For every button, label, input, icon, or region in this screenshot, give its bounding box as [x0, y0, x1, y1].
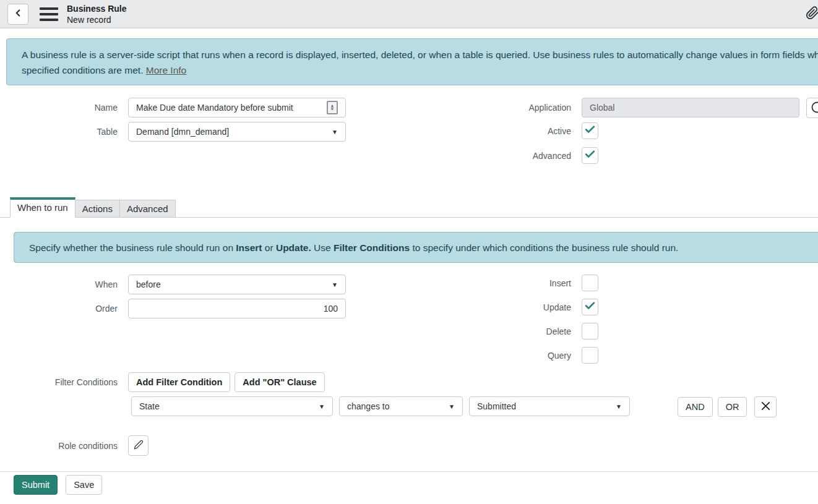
more-info-link[interactable]: More Info: [146, 65, 186, 75]
query-checkbox[interactable]: [582, 347, 598, 364]
insert-field-row: Insert: [454, 275, 598, 291]
order-label: Order: [0, 304, 118, 314]
business-rule-form-page: { "header": { "title": "Business Rule", …: [0, 0, 818, 504]
update-checkbox[interactable]: [582, 299, 598, 315]
application-value: Global: [590, 103, 614, 113]
and-button[interactable]: AND: [678, 397, 713, 417]
check-icon: [584, 300, 596, 314]
chevron-down-icon: ▼: [332, 129, 338, 135]
name-input-wrap: [128, 98, 346, 117]
chevron-down-icon: ▼: [449, 403, 455, 410]
filter-conditions-label: Filter Conditions: [0, 377, 118, 387]
delete-field-row: Delete: [454, 323, 598, 340]
autofill-icon: [327, 101, 338, 114]
condition-actions: AND OR: [678, 396, 777, 417]
application-field-row: Application Global: [454, 98, 799, 117]
insert-label: Insert: [454, 278, 571, 288]
condition-field-select[interactable]: State ▼: [131, 396, 333, 416]
condition-operator-select[interactable]: changes to ▼: [339, 396, 463, 416]
tab-advanced[interactable]: Advanced: [120, 200, 176, 218]
insert-checkbox[interactable]: [582, 275, 598, 291]
delete-label: Delete: [454, 327, 571, 336]
order-input-wrap: [128, 299, 346, 318]
pencil-icon: [134, 440, 144, 451]
form-footer: Submit Save: [14, 475, 102, 495]
chevron-down-icon: ▼: [616, 403, 622, 410]
advanced-field-row: Advanced: [454, 147, 598, 164]
name-input[interactable]: [136, 103, 327, 113]
application-reference-button[interactable]: [806, 98, 818, 118]
role-conditions-label: Role conditions: [0, 441, 118, 451]
advanced-label: Advanced: [454, 151, 571, 161]
active-label: Active: [454, 126, 571, 136]
update-field-row: Update: [454, 299, 598, 315]
info-banner-text-line2: specified conditions are met.: [22, 65, 146, 75]
back-button[interactable]: [7, 4, 28, 25]
record-type-title: Business Rule: [67, 3, 126, 14]
paperclip-icon: [806, 12, 818, 22]
add-filter-condition-button[interactable]: Add Filter Condition: [128, 372, 230, 392]
role-conditions-row: Role conditions: [0, 435, 149, 456]
record-subtitle: New record: [67, 14, 126, 25]
banner-text: Specify whether the business rule should…: [29, 242, 236, 253]
delete-condition-button[interactable]: [754, 396, 777, 417]
when-select[interactable]: before ▼: [128, 275, 346, 294]
footer-divider: [0, 471, 818, 472]
when-label: When: [0, 280, 118, 289]
when-field-row: When before ▼: [0, 275, 346, 294]
query-field-row: Query: [454, 347, 598, 364]
active-field-row: Active: [454, 122, 598, 139]
banner-bold-filter-conditions: Filter Conditions: [334, 242, 410, 253]
condition-value-select[interactable]: Submitted ▼: [469, 396, 630, 416]
banner-bold-insert: Insert: [236, 242, 262, 253]
check-icon: [584, 148, 596, 163]
submit-button[interactable]: Submit: [14, 475, 58, 495]
when-select-value: before: [136, 280, 161, 289]
tab-actions[interactable]: Actions: [75, 200, 120, 218]
circle-icon: [811, 101, 818, 115]
table-field-row: Table Demand [dmn_demand] ▼: [0, 122, 346, 142]
delete-checkbox[interactable]: [582, 323, 598, 340]
name-field-row: Name: [0, 98, 346, 117]
context-menu-icon[interactable]: [40, 7, 58, 21]
query-label: Query: [454, 351, 571, 361]
chevron-left-icon: [12, 7, 24, 20]
filter-conditions-row: Filter Conditions Add Filter Condition A…: [0, 372, 325, 392]
application-input: Global: [582, 98, 799, 117]
application-label: Application: [454, 103, 571, 113]
order-input[interactable]: [136, 304, 338, 314]
attachment-button[interactable]: [803, 4, 818, 24]
or-button[interactable]: OR: [718, 397, 747, 417]
chevron-down-icon: ▼: [332, 281, 338, 288]
active-checkbox[interactable]: [582, 122, 598, 139]
add-or-clause-button[interactable]: Add "OR" Clause: [235, 372, 324, 392]
condition-field-value: State: [139, 401, 160, 411]
advanced-checkbox[interactable]: [582, 147, 598, 164]
table-select[interactable]: Demand [dmn_demand] ▼: [128, 122, 346, 142]
edit-role-conditions-button[interactable]: [128, 435, 149, 456]
info-banner: A business rule is a server-side script …: [6, 38, 818, 85]
condition-row: State ▼ changes to ▼ Submitted ▼: [131, 396, 630, 416]
form-header: Business Rule New record: [0, 0, 818, 28]
tab-bar: When to run Actions Advanced: [10, 197, 176, 218]
banner-bold-update: Update.: [276, 242, 311, 253]
save-button[interactable]: Save: [66, 475, 102, 495]
update-label: Update: [454, 302, 571, 312]
tab-when-to-run[interactable]: When to run: [10, 197, 75, 218]
info-banner-text-line1: A business rule is a server-side script …: [22, 49, 818, 60]
name-label: Name: [0, 103, 118, 113]
check-icon: [584, 124, 596, 138]
condition-operator-value: changes to: [347, 401, 390, 411]
page-title: Business Rule New record: [67, 3, 126, 25]
table-select-value: Demand [dmn_demand]: [136, 127, 229, 137]
chevron-down-icon: ▼: [319, 403, 325, 410]
order-field-row: Order: [0, 299, 346, 318]
condition-value: Submitted: [477, 401, 516, 411]
when-to-run-banner: Specify whether the business rule should…: [14, 232, 818, 263]
close-icon: [760, 401, 771, 413]
table-label: Table: [0, 127, 118, 137]
